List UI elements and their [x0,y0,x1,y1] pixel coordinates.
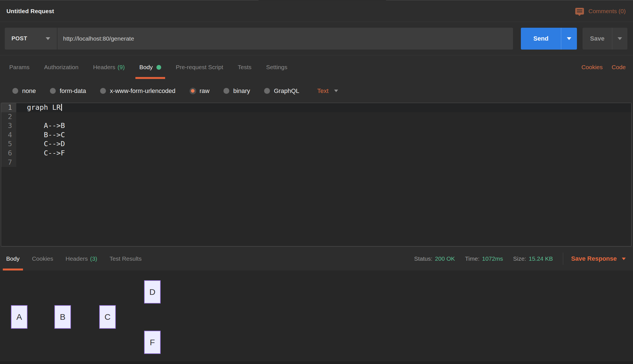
request-title-bar: Untitled Request Comments (0) [0,1,633,22]
chevron-down-icon [618,37,622,40]
graph-node-D: D [144,280,161,304]
send-options-button[interactable] [561,28,577,50]
method-dropdown[interactable]: POST [5,28,57,50]
editor-line[interactable]: 7 [1,158,631,167]
request-tabs: Params Authorization Headers (9) Body Pr… [0,55,633,79]
editor-line[interactable]: 4 B-->C [1,130,631,140]
graph-node-F: F [144,331,161,354]
radio-icon [223,88,229,94]
code-text [16,112,631,122]
time-badge: Time: 1072ms [465,255,503,262]
response-body: ABCDF [0,270,633,361]
response-headers-count-badge: (3) [90,255,97,262]
send-button[interactable]: Send [521,28,561,50]
chevron-down-icon [567,37,571,40]
active-tab-underline [3,269,23,270]
radio-binary[interactable]: binary [223,87,250,95]
code-text [16,158,631,167]
chevron-down-icon [46,37,50,40]
radio-selected-icon [190,88,196,94]
body-type-row: none form-data x-www-form-urlencoded raw… [0,79,633,103]
save-button[interactable]: Save [583,28,612,50]
tab-pre-request-script[interactable]: Pre-request Script [176,55,223,79]
headers-count-badge: (9) [117,64,125,71]
line-number: 2 [1,112,16,122]
page-title: Untitled Request [6,8,54,15]
divider [563,253,563,265]
radio-none[interactable]: none [12,87,36,95]
active-tab-underline [135,77,165,79]
graph-node-C: C [99,305,116,329]
text-cursor [61,104,62,111]
chevron-down-icon [622,258,626,260]
tab-settings[interactable]: Settings [266,55,287,79]
comments-label: Comments (0) [588,8,626,15]
size-badge: Size: 15.24 KB [513,255,553,262]
radio-icon [12,88,18,94]
response-tab-body[interactable]: Body [6,247,20,270]
graph-node-A: A [11,305,27,329]
line-number: 4 [1,130,16,140]
code-text: B-->C [16,130,631,140]
request-url-row: POST Send Save [0,22,633,55]
line-number: 7 [1,158,16,167]
radio-form-data[interactable]: form-data [50,87,86,95]
tab-authorization[interactable]: Authorization [44,55,78,79]
response-tab-cookies[interactable]: Cookies [32,247,53,270]
save-button-group: Save [583,28,627,50]
body-modified-dot [156,65,161,70]
code-text: graph LR [27,103,61,111]
response-tab-test-results[interactable]: Test Results [110,247,142,270]
response-meta: Status: 200 OK Time: 1072ms Size: 15.24 … [404,253,627,265]
comment-bubble-icon [575,8,584,15]
editor-line[interactable]: 6 C-->F [1,149,631,158]
radio-raw[interactable]: raw [190,87,209,95]
code-link[interactable]: Code [612,64,626,71]
line-number: 3 [1,121,16,130]
save-options-button[interactable] [612,28,627,50]
code-text: A-->B [16,121,631,130]
raw-format-dropdown[interactable]: Text [317,87,338,95]
graph-node-B: B [54,305,71,329]
url-box: POST [5,28,513,50]
radio-x-www-form-urlencoded[interactable]: x-www-form-urlencoded [100,87,175,95]
response-tab-headers[interactable]: Headers (3) [66,247,97,270]
line-number: 1 [1,103,16,112]
editor-line[interactable]: 5 C-->D [1,139,631,149]
radio-graphql[interactable]: GraphQL [264,87,299,95]
code-text: C-->D [16,139,631,149]
response-header: Body Cookies Headers (3) Test Results St… [0,247,633,270]
cookies-link[interactable]: Cookies [581,64,603,71]
tab-params[interactable]: Params [9,55,29,79]
radio-icon [50,88,56,94]
code-text: C-->F [16,149,631,158]
postman-window: Untitled Request Comments (0) POST Send … [0,0,633,364]
tab-headers[interactable]: Headers (9) [93,55,125,79]
save-response-button[interactable]: Save Response [567,255,627,262]
response-graph: ABCDF [0,270,633,361]
url-input[interactable] [57,28,513,50]
send-button-group: Send [521,28,577,50]
radio-icon [264,88,270,94]
radio-icon [100,88,106,94]
comments-button[interactable]: Comments (0) [575,8,626,15]
raw-body-editor[interactable]: 1 graph LR 2 3 A-->B 4 B-->C 5 C-->D 6 C… [1,103,632,246]
method-label: POST [11,35,27,42]
tab-tests[interactable]: Tests [238,55,251,79]
bottom-scroll-track [0,361,633,364]
line-number: 5 [1,139,16,149]
status-badge: Status: 200 OK [414,255,455,262]
tab-body[interactable]: Body [139,55,161,79]
line-number: 6 [1,149,16,158]
chevron-down-icon [334,90,338,92]
editor-line[interactable]: 3 A-->B [1,121,631,130]
editor-line[interactable]: 1 graph LR [1,103,631,112]
editor-line[interactable]: 2 [1,112,631,122]
